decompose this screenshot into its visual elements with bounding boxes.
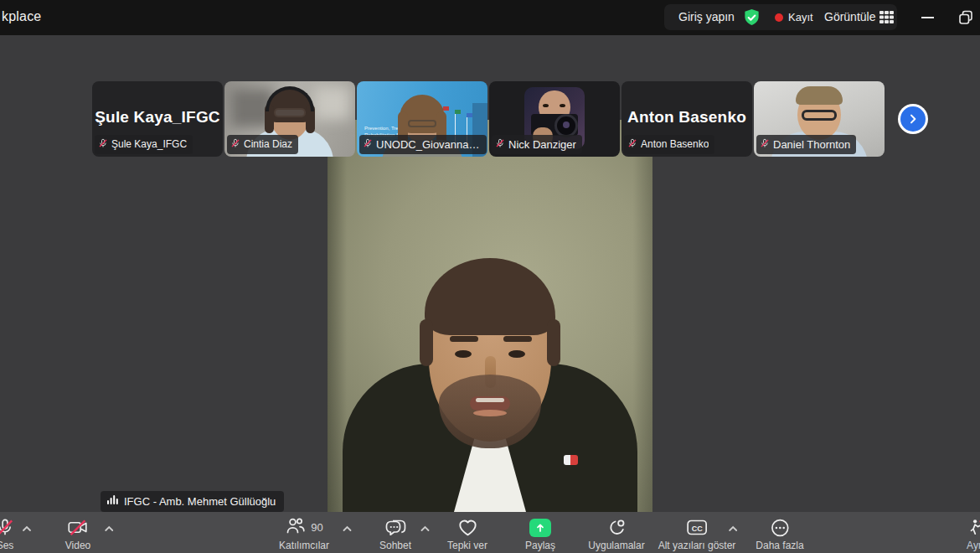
- name-pill: Cintia Diaz: [227, 135, 298, 154]
- toolbar-label: Alt yazıları göster: [658, 540, 736, 550]
- speaker-lapel-pin: [564, 455, 578, 465]
- name-pill: UNODC_Giovanna Ca...: [359, 135, 487, 154]
- speaker-hair-side-right: [547, 319, 560, 366]
- active-speaker-video[interactable]: [328, 120, 652, 512]
- toolbar-label: Video: [65, 540, 90, 550]
- apps-icon: [606, 517, 627, 538]
- chevron-up-icon[interactable]: [105, 520, 114, 535]
- avatar-lens-glint: [563, 121, 570, 128]
- titlebar: kplace Giriş yapın Kayıt Görüntüle: [0, 0, 980, 35]
- participant-tile-unodc-giovanna[interactable]: Prevention, Treatment & Rehabilitation S…: [357, 81, 487, 157]
- participant-name: Anton Basenko: [641, 138, 709, 150]
- toolbar-label: Ses: [0, 540, 13, 550]
- record-dot: [775, 13, 783, 22]
- participant-name: Şule Kaya_IFGC: [111, 138, 187, 150]
- flag: [455, 110, 461, 114]
- mic-off-icon: [98, 137, 108, 152]
- speaker-brow-left: [450, 336, 478, 342]
- restore-window-button[interactable]: [955, 7, 977, 28]
- mic-off-icon: [627, 137, 637, 152]
- mic-off-icon: [760, 137, 770, 152]
- leave-button[interactable]: Ayrıl: [967, 512, 980, 553]
- audio-button[interactable]: Ses: [0, 512, 15, 553]
- name-pill: Anton Basenko: [624, 135, 714, 154]
- minimize-icon: [921, 17, 934, 18]
- chevron-up-icon[interactable]: [729, 520, 738, 535]
- share-screen-button[interactable]: Paylaş: [525, 512, 555, 553]
- chat-icon: [384, 517, 406, 538]
- meeting-stage: IFGC - Amb. Mehmet Güllüoğlu Şule Kaya_I…: [0, 35, 980, 512]
- toolbar-label: Katılımcılar: [279, 540, 329, 550]
- speaker-eye-left: [455, 350, 472, 358]
- participant-big-name: Anton Basenko: [622, 108, 752, 127]
- speaker-eye-right: [508, 350, 525, 358]
- toolbar-label: Uygulamalar: [588, 540, 644, 550]
- flag: [443, 106, 449, 111]
- participant-tile-cintia-diaz[interactable]: Cintia Diaz: [224, 81, 355, 157]
- captions-button[interactable]: CC Alt yazıları göster: [658, 512, 736, 553]
- avatar-eye: [543, 104, 549, 107]
- participant-tile-anton-basenko[interactable]: Anton Basenko Anton Basenko: [622, 81, 752, 157]
- leave-icon: [967, 517, 980, 538]
- person-glasses: [802, 110, 837, 121]
- chevron-up-icon[interactable]: [420, 520, 430, 535]
- name-pill: Şule Kaya_IFGC: [95, 135, 193, 154]
- video-button[interactable]: Video: [65, 512, 90, 553]
- person-glasses: [408, 120, 436, 127]
- participant-big-name: Şule Kaya_IFGC: [92, 108, 223, 127]
- toolbar-label: Tepki ver: [447, 540, 487, 550]
- active-speaker-name: IFGC - Amb. Mehmet Güllüoğlu: [124, 495, 276, 508]
- participant-name: Cintia Diaz: [244, 138, 292, 150]
- speaker-hair-side-left: [420, 319, 433, 366]
- cc-icon: CC: [686, 517, 707, 538]
- background-blur: [313, 86, 350, 120]
- signin-button[interactable]: Giriş yapın: [678, 10, 735, 23]
- participant-count: 90: [311, 521, 322, 534]
- minimize-button[interactable]: [916, 7, 938, 28]
- chevron-up-icon[interactable]: [22, 520, 31, 535]
- participant-name: Daniel Thornton: [773, 138, 850, 151]
- app-title: kplace: [2, 9, 41, 24]
- name-pill: Daniel Thornton: [756, 135, 856, 154]
- ellipsis-circle-icon: [770, 517, 790, 538]
- participants-icon: [285, 516, 306, 539]
- speaker-brow-right: [503, 336, 532, 342]
- heart-icon: [457, 517, 478, 538]
- toolbar-label: Ayrıl: [967, 540, 980, 550]
- mic-off-icon: [230, 137, 240, 152]
- shield-check-icon[interactable]: [742, 8, 761, 28]
- chevron-right-icon: [900, 106, 926, 132]
- toolbar-label: Daha fazla: [756, 540, 803, 550]
- filmstrip-next-button[interactable]: [898, 104, 928, 134]
- participant-name: UNODC_Giovanna Ca...: [376, 138, 481, 151]
- svg-text:CC: CC: [691, 525, 702, 533]
- react-button[interactable]: Tepki ver: [447, 512, 487, 553]
- toolbar-label: Sohbet: [379, 540, 411, 550]
- active-speaker-label: IFGC - Amb. Mehmet Güllüoğlu: [101, 491, 284, 512]
- speaker-teeth: [476, 398, 504, 402]
- more-button[interactable]: Daha fazla: [756, 512, 803, 553]
- name-pill: Nick Danziger: [492, 135, 582, 154]
- chevron-up-icon[interactable]: [343, 520, 352, 535]
- flag: [467, 113, 472, 117]
- speaker-lip: [473, 410, 507, 416]
- view-button[interactable]: Görüntüle: [824, 10, 875, 23]
- participants-button[interactable]: 90 Katılımcılar: [279, 512, 329, 553]
- video-off-icon: [66, 517, 89, 538]
- participant-tile-sule-kaya[interactable]: Şule Kaya_IFGC Şule Kaya_IFGC: [92, 81, 223, 157]
- mic-off-icon: [0, 517, 15, 538]
- share-up-icon: [529, 519, 551, 537]
- avatar-eye: [560, 104, 565, 107]
- speaker-hair: [425, 258, 555, 335]
- chat-button[interactable]: Sohbet: [379, 512, 411, 553]
- toolbar-label: Paylaş: [525, 540, 555, 550]
- recording-indicator: Kayıt: [788, 11, 813, 23]
- mic-off-icon: [495, 137, 505, 152]
- participant-tile-daniel-thornton[interactable]: Daniel Thornton: [754, 81, 885, 157]
- apps-button[interactable]: Uygulamalar: [588, 512, 644, 553]
- person-hair: [796, 86, 843, 105]
- grid-icon[interactable]: [879, 11, 894, 27]
- audio-level-icon: [107, 494, 118, 509]
- mic-off-icon: [363, 137, 373, 152]
- participant-tile-nick-danziger[interactable]: Nick Danziger: [489, 81, 620, 157]
